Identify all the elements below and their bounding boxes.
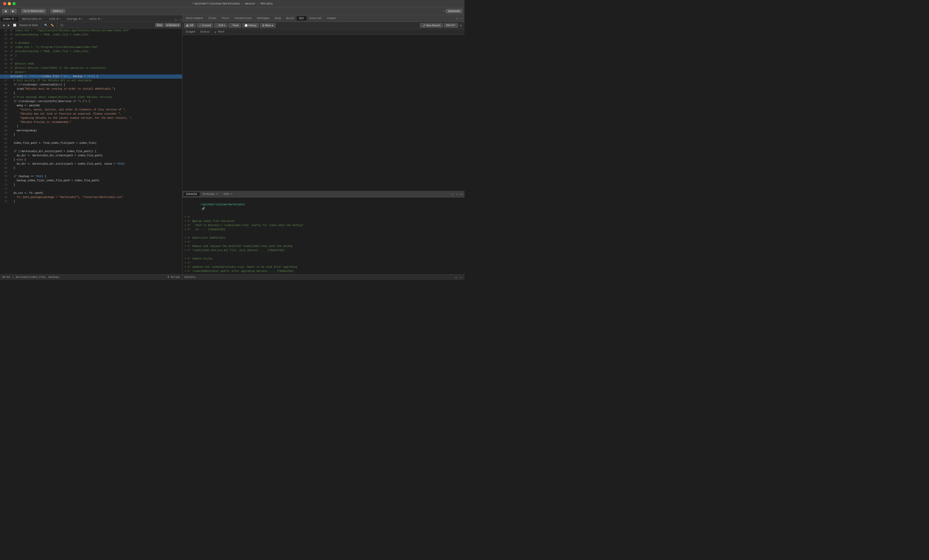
close-button[interactable] (3, 2, 6, 5)
tab-close-icon[interactable]: × (60, 18, 61, 21)
pull-button[interactable]: ↓ Pull ▾ (214, 23, 227, 28)
tab-close-icon[interactable]: × (15, 18, 16, 21)
git-column-headers: Staged Status ▲ Path (182, 29, 464, 35)
source-button[interactable]: ▾ Source ▾ (165, 23, 181, 27)
source-on-save-icon[interactable]: ⬜ (12, 23, 17, 27)
code-line-60: 60 } (0, 133, 182, 137)
git-file-list[interactable] (182, 35, 464, 191)
code-line-66: 66 } else { (0, 158, 182, 162)
code-line-75: 75 fs::path_package(package = "darkstudi… (0, 195, 182, 199)
tab-terminal[interactable]: Terminal × (200, 192, 221, 196)
code-line-62: 62 index_file_path <- find_index_file(pa… (0, 141, 182, 145)
code-line-46: 46 activate <- function(index_file = NUL… (0, 75, 182, 79)
tab-label: index.R (3, 18, 14, 21)
console-output[interactable]: ~/github/rileytwo/darkstudio/ 🔗 > #' > #… (182, 197, 464, 274)
tab-close-icon[interactable]: × (101, 18, 102, 21)
main-toolbar: ◀ ▶ Go to file/function Addins ▾ ▾ darks… (0, 7, 464, 15)
settings-icon[interactable]: ⬛ (59, 23, 64, 27)
nav-forward-button[interactable]: ▶ (7, 23, 11, 27)
maximize-button[interactable] (12, 2, 15, 5)
tab-label: tools.R (89, 18, 100, 21)
console-path-line: ~/github/rileytwo/darkstudio/ 🔗 (184, 199, 462, 215)
commit-button[interactable]: ✓ Commit (197, 23, 213, 28)
collapse-right-button[interactable]: ─ (460, 17, 463, 20)
back-button[interactable]: ◀ (2, 9, 9, 13)
refresh-icon[interactable]: ↻ (459, 23, 463, 28)
code-tools-button[interactable]: ✏️ (49, 23, 55, 27)
tab-packages[interactable]: Packages (254, 16, 272, 21)
code-line-57: 57 "RStudio Preview is recommended." (0, 120, 182, 124)
nav-back-button[interactable]: ◀ (2, 23, 6, 27)
tab-build[interactable]: Build (284, 16, 297, 21)
minimize-button[interactable] (8, 2, 11, 5)
history-label: History (184, 276, 196, 279)
source-on-save-button[interactable]: Source on Save (18, 23, 39, 27)
console-expand-button[interactable]: □ (451, 193, 454, 196)
tab-tools-r[interactable]: tools.R × (86, 17, 105, 21)
history-collapse-button[interactable]: ─ (459, 275, 462, 279)
tab-connections[interactable]: Connections (232, 16, 254, 21)
collapse-button[interactable]: ─ (179, 18, 182, 21)
tab-viewer[interactable]: Viewer (324, 16, 339, 21)
more-button[interactable]: ⚙ More ▾ (260, 23, 276, 28)
tab-git[interactable]: Git (297, 16, 307, 21)
tab-jobs[interactable]: Jobs × (221, 192, 235, 196)
addins-button[interactable]: Addins ▾ (51, 9, 65, 13)
tab-files[interactable]: Files (206, 16, 219, 21)
editor-toolbar: ◀ ▶ ⬜ Source on Save 🔍 ✏️ ⬛ Run ▾ Source… (0, 22, 182, 29)
console-line-1: > #' (184, 215, 462, 219)
tab-link-r[interactable]: link.R × (46, 17, 64, 21)
code-line-68: 68 } (0, 166, 182, 170)
main-layout: index.R × darkstudio.R × link.R × storag… (0, 15, 464, 280)
tab-close-icon[interactable]: × (42, 18, 43, 21)
code-line-76: 76 ) (0, 199, 182, 203)
status-header[interactable]: Status (199, 30, 211, 34)
go-to-file-button[interactable]: Go to file/function (21, 9, 46, 13)
console-line-2: > #' @param index_file character: (184, 219, 462, 223)
tab-help[interactable]: Help (272, 16, 284, 21)
push-button[interactable]: ↑ Push (228, 23, 241, 28)
right-panel-tab-bar: Environment Files Plots Connections Pack… (182, 15, 464, 22)
code-line-49: 49 stop("RStudio must be running in orde… (0, 87, 182, 91)
tab-storage-r[interactable]: storage.R × (64, 17, 86, 21)
code-line-70: 70 if (backup == TRUE) { (0, 174, 182, 179)
new-branch-button[interactable]: ⎇ New Branch (420, 23, 443, 28)
console-collapse-button[interactable]: ─ (455, 193, 459, 196)
git-toolbar: ◧ Diff ✓ Commit ↓ Pull ▾ ↑ Push 🕐 His (182, 22, 464, 29)
tab-panel-controls: □ ─ (175, 18, 182, 21)
branch-selector[interactable]: master (444, 23, 458, 28)
tab-tutorial[interactable]: Tutorial (307, 16, 324, 21)
code-editor[interactable]: 35 #' index_htm <- "/Applications/RStudi… (0, 29, 182, 274)
code-line-53: 53 wmsg <- paste0( (0, 104, 182, 108)
history-button[interactable]: 🕐 History (242, 23, 259, 28)
console-tab-bar: Console Terminal × Jobs × □ ─ ✏ (182, 191, 464, 197)
forward-button[interactable]: ▶ (10, 9, 17, 13)
darkstudio-button[interactable]: darkstudio (446, 9, 462, 13)
tab-index-r[interactable]: index.R × (0, 17, 19, 21)
code-line-56: 56 "updating RStudio to the latest stabl… (0, 116, 182, 120)
code-line-47: 47 # Fail quickly if the RStudio API is … (0, 79, 182, 83)
code-line-55: 55 "RStudio may not look or function as … (0, 112, 182, 116)
tab-console[interactable]: Console (184, 192, 200, 196)
code-line-73: 73 (0, 187, 182, 191)
tab-close-icon[interactable]: × (81, 18, 83, 21)
expand-right-button[interactable]: □ (455, 17, 459, 20)
console-line-4: > #' in .... [TRUNCATED] (184, 228, 462, 232)
code-line-39: 39 #' index_htm <- "C:/Program Files/RSt… (0, 45, 182, 49)
expand-button[interactable]: □ (175, 18, 178, 21)
run-button[interactable]: Run (155, 23, 163, 27)
console-line-8: > #' \code{index.htm.pre-ds} file. Also … (184, 248, 462, 252)
tab-label: link.R (49, 18, 58, 21)
console-clear-button[interactable]: ✏ (460, 193, 463, 196)
history-expand-button[interactable]: □ (455, 275, 458, 279)
diff-button[interactable]: ◧ Diff (184, 23, 196, 28)
code-line-36: 36 #' activate(backup = TRUE, index_file… (0, 33, 182, 37)
tab-darkstudio-r[interactable]: darkstudio.R × (19, 17, 46, 21)
tab-environment[interactable]: Environment (184, 16, 206, 21)
search-icon[interactable]: 🔍 (43, 23, 49, 27)
right-top-panel: Environment Files Plots Connections Pack… (182, 15, 464, 191)
staged-header[interactable]: Staged (184, 30, 196, 34)
tab-label: storage.R (66, 18, 81, 21)
path-header: ▲ Path (214, 30, 225, 34)
tab-plots[interactable]: Plots (219, 16, 232, 21)
